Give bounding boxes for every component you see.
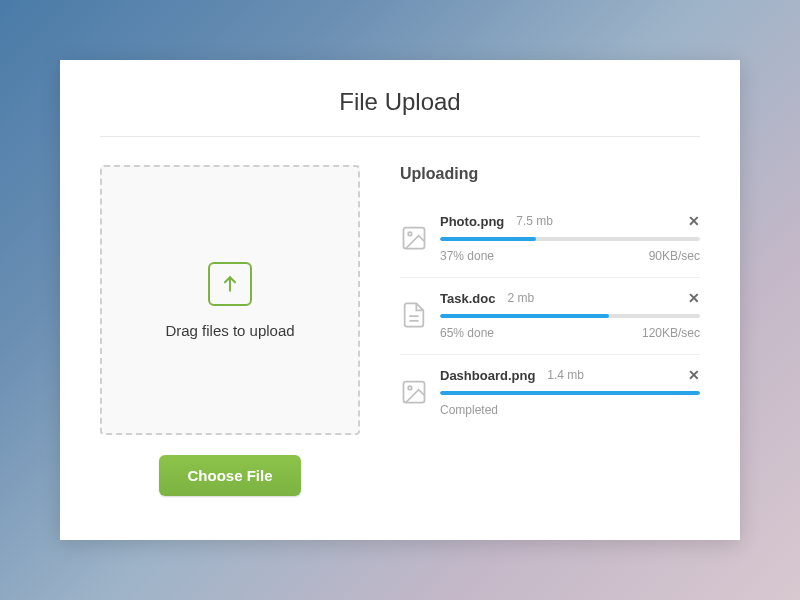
file-header: Task.doc2 mb✕ xyxy=(440,290,700,306)
choose-file-button[interactable]: Choose File xyxy=(159,455,300,496)
file-footer: 37% done90KB/sec xyxy=(440,249,700,263)
file-name: Photo.png xyxy=(440,214,504,229)
remove-file-button[interactable]: ✕ xyxy=(688,367,700,383)
remove-file-button[interactable]: ✕ xyxy=(688,213,700,229)
svg-point-6 xyxy=(408,386,412,390)
upload-speed: 120KB/sec xyxy=(642,326,700,340)
progress-bar xyxy=(440,391,700,395)
file-footer: 65% done120KB/sec xyxy=(440,326,700,340)
upload-icon xyxy=(208,262,252,306)
content-area: Drag files to upload Choose File Uploadi… xyxy=(100,165,700,496)
file-info: Dashboard.png1.4 mb✕Completed xyxy=(440,367,700,417)
image-icon xyxy=(400,224,428,252)
file-info: Photo.png7.5 mb✕37% done90KB/sec xyxy=(440,213,700,263)
dropzone-text: Drag files to upload xyxy=(165,322,294,339)
file-size: 7.5 mb xyxy=(516,214,553,228)
svg-point-2 xyxy=(408,232,412,236)
file-header: Dashboard.png1.4 mb✕ xyxy=(440,367,700,383)
progress-text: 37% done xyxy=(440,249,494,263)
file-info: Task.doc2 mb✕65% done120KB/sec xyxy=(440,290,700,340)
file-name: Dashboard.png xyxy=(440,368,535,383)
right-panel: Uploading Photo.png7.5 mb✕37% done90KB/s… xyxy=(400,165,700,496)
progress-bar xyxy=(440,314,700,318)
upload-card: File Upload Drag files to upload Choose … xyxy=(60,60,740,540)
image-icon xyxy=(400,378,428,406)
left-panel: Drag files to upload Choose File xyxy=(100,165,360,496)
progress-bar xyxy=(440,237,700,241)
file-size: 2 mb xyxy=(507,291,534,305)
file-size: 1.4 mb xyxy=(547,368,584,382)
file-name: Task.doc xyxy=(440,291,495,306)
file-row: Dashboard.png1.4 mb✕Completed xyxy=(400,367,700,417)
file-item: Task.doc2 mb✕65% done120KB/sec xyxy=(400,278,700,355)
file-header: Photo.png7.5 mb✕ xyxy=(440,213,700,229)
upload-speed: 90KB/sec xyxy=(649,249,700,263)
document-icon xyxy=(400,301,428,329)
status-completed: Completed xyxy=(440,403,700,417)
uploading-title: Uploading xyxy=(400,165,700,183)
page-title: File Upload xyxy=(100,88,700,137)
remove-file-button[interactable]: ✕ xyxy=(688,290,700,306)
file-item: Photo.png7.5 mb✕37% done90KB/sec xyxy=(400,201,700,278)
progress-text: 65% done xyxy=(440,326,494,340)
file-item: Dashboard.png1.4 mb✕Completed xyxy=(400,355,700,431)
file-row: Photo.png7.5 mb✕37% done90KB/sec xyxy=(400,213,700,263)
file-list: Photo.png7.5 mb✕37% done90KB/secTask.doc… xyxy=(400,201,700,431)
file-row: Task.doc2 mb✕65% done120KB/sec xyxy=(400,290,700,340)
dropzone[interactable]: Drag files to upload xyxy=(100,165,360,435)
